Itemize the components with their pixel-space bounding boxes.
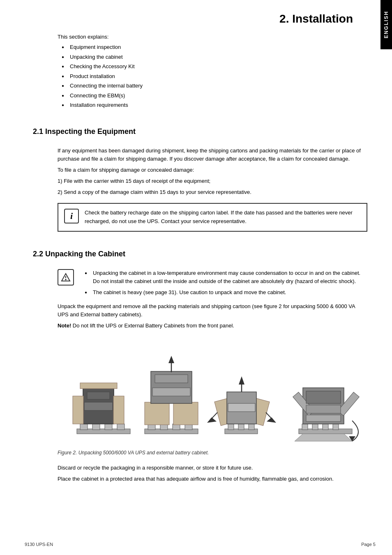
- ups-figure-svg: [65, 339, 360, 445]
- note-text: Do not lift the UPS or External Battery …: [71, 322, 234, 329]
- intro-section: This section explains: Equipment inspect…: [58, 34, 367, 109]
- svg-rect-44: [333, 424, 339, 430]
- footer-left: 9130 UPS-EN: [25, 542, 53, 547]
- section-22-content: Unpacking the cabinet in a low-temperatu…: [58, 269, 367, 483]
- svg-rect-42: [312, 424, 318, 430]
- svg-rect-50: [306, 415, 341, 421]
- intro-text: This section explains:: [58, 34, 367, 40]
- page-container: ENGLISH 2. Installation This section exp…: [0, 0, 392, 555]
- svg-marker-51: [295, 434, 352, 441]
- list-item: Installation requirements: [62, 101, 367, 109]
- section-22-header: 2.2 Unpacking the Cabinet: [33, 242, 367, 264]
- svg-rect-33: [228, 403, 255, 412]
- svg-rect-20: [173, 402, 198, 425]
- warning-bullet-list: Unpacking the cabinet in a low-temperatu…: [81, 269, 367, 297]
- section-22-body2: Note! Do not lift the UPS or External Ba…: [58, 322, 367, 330]
- figure-area: Figure 2. Unpacking 5000/6000 VA UPS and…: [58, 339, 367, 456]
- page-header: 2. Installation: [33, 12, 367, 25]
- svg-rect-9: [84, 402, 113, 410]
- svg-rect-5: [92, 424, 100, 430]
- svg-marker-25: [168, 356, 174, 363]
- warning-bullets: Unpacking the cabinet in a low-temperatu…: [81, 269, 367, 298]
- section-21-para4: 2) Send a copy of the damage claim withi…: [58, 188, 367, 197]
- info-box-text: Check the battery recharge date on the s…: [85, 209, 361, 226]
- svg-rect-11: [73, 396, 83, 424]
- svg-rect-19: [145, 402, 169, 425]
- svg-rect-4: [80, 424, 88, 430]
- svg-rect-10: [87, 392, 110, 399]
- warning-row: Unpacking the cabinet in a low-temperatu…: [58, 269, 367, 298]
- section-22-closing1: Discard or recycle the packaging in a re…: [58, 464, 367, 472]
- list-item: Equipment inspection: [62, 43, 367, 51]
- svg-rect-27: [228, 424, 234, 430]
- list-item: Connecting the EBM(s): [62, 92, 367, 100]
- list-item: Connecting the internal battery: [62, 82, 367, 90]
- warning-icon: [58, 269, 74, 286]
- svg-rect-43: [323, 424, 328, 430]
- bullet-list: Equipment inspection Unpacking the cabin…: [58, 43, 367, 109]
- svg-rect-12: [113, 396, 124, 424]
- side-tab: ENGLISH: [380, 0, 392, 49]
- warning-bullet-1: Unpacking the cabinet in a low-temperatu…: [85, 269, 367, 285]
- svg-rect-41: [302, 424, 308, 430]
- section-21-heading: 2.1 Inspecting the Equipment: [33, 127, 136, 137]
- svg-rect-6: [105, 424, 112, 430]
- info-icon: i: [64, 209, 79, 223]
- svg-rect-22: [152, 388, 190, 396]
- section-22-closing2: Place the cabinet in a protected area th…: [58, 475, 367, 484]
- page-footer: 9130 UPS-EN Page 5: [25, 542, 376, 547]
- info-box: i Check the battery recharge date on the…: [58, 203, 367, 232]
- list-item: Unpacking the cabinet: [62, 53, 367, 61]
- list-item: Product installation: [62, 72, 367, 81]
- svg-rect-7: [117, 424, 125, 430]
- footer-right: Page 5: [361, 542, 376, 547]
- svg-rect-23: [155, 375, 188, 383]
- svg-rect-13: [80, 383, 117, 389]
- section-21-para1: If any equipment has been damaged during…: [58, 147, 367, 164]
- svg-marker-39: [267, 417, 276, 423]
- section-21-para2: To file a claim for shipping damage or c…: [58, 166, 367, 175]
- page-title: 2. Installation: [279, 12, 353, 25]
- section-22-heading: 2.2 Unpacking the Cabinet: [33, 250, 125, 259]
- section-21-para3: 1) File with the carrier within 15 days …: [58, 177, 367, 186]
- section-22-body1: Unpack the equipment and remove all the …: [58, 302, 367, 320]
- section-21-header: 2.1 Inspecting the Equipment: [33, 119, 367, 142]
- svg-point-2: [65, 279, 66, 280]
- svg-rect-28: [238, 424, 244, 430]
- svg-rect-29: [249, 424, 254, 430]
- section-21-content: If any equipment has been damaged during…: [58, 147, 367, 232]
- triangle-warning-icon: [61, 272, 71, 282]
- list-item: Checking the Accessory Kit: [62, 62, 367, 71]
- side-tab-text: ENGLISH: [383, 11, 389, 38]
- svg-marker-35: [239, 376, 244, 385]
- warning-bullet-2: The cabinet is heavy (see page 31). Use …: [85, 288, 367, 297]
- figure-caption: Figure 2. Unpacking 5000/6000 VA UPS and…: [58, 450, 367, 456]
- note-label: Note!: [58, 322, 71, 329]
- svg-rect-49: [306, 405, 341, 413]
- svg-rect-48: [306, 391, 341, 403]
- svg-marker-37: [207, 417, 217, 423]
